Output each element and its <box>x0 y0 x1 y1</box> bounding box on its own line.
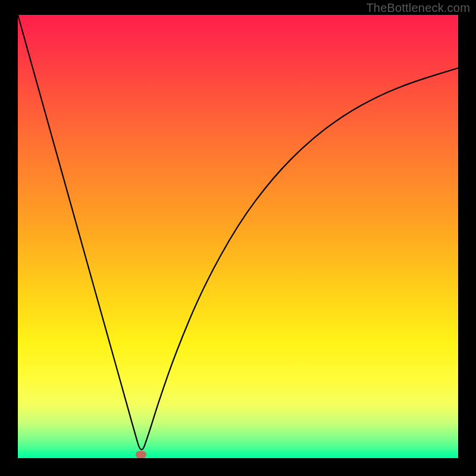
chart-frame: TheBottleneck.com <box>0 0 476 476</box>
watermark-text: TheBottleneck.com <box>366 1 470 15</box>
bottleneck-curve <box>18 15 458 450</box>
curve-svg <box>18 15 458 458</box>
plot-area <box>18 15 458 458</box>
minimum-dot <box>136 451 146 458</box>
